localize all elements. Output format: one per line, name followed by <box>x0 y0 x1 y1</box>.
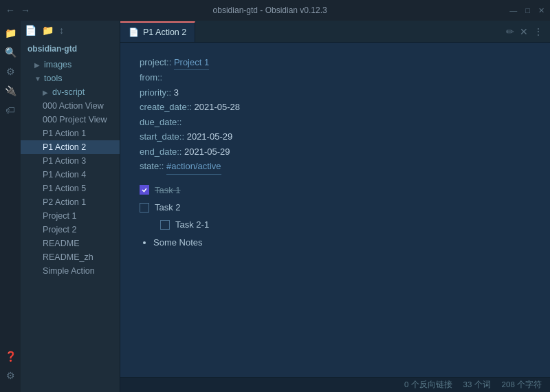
state-link[interactable]: #action/active <box>166 159 221 174</box>
tabbar: 📄 P1 Action 2 ✏ ✕ ⋮ <box>120 21 550 43</box>
folder-toggle: ▶ <box>34 61 41 69</box>
content-wrap: 📄 P1 Action 2 ✏ ✕ ⋮ project:: Project 1 … <box>120 21 550 392</box>
meta-end-date: end_date:: 2021-05-29 <box>140 144 531 159</box>
meta-from: from:: <box>140 70 531 85</box>
window-title: obsidian-gtd - Obsidian v0.12.3 <box>213 6 327 15</box>
folder-label: tools <box>44 74 62 83</box>
help-icon[interactable]: ❓ <box>2 348 19 364</box>
project-link[interactable]: Project 1 <box>174 55 209 70</box>
task-label-2: Task 2 <box>155 200 181 215</box>
plugin-icon[interactable]: 🔌 <box>2 83 19 99</box>
titlebar: ← → obsidian-gtd - Obsidian v0.12.3 — □ … <box>0 0 550 21</box>
sidebar-item-p1-action-3[interactable]: P1 Action 3 <box>21 154 120 168</box>
folder-toggle: ▶ <box>43 89 50 96</box>
sidebar-item-project-2[interactable]: Project 2 <box>21 223 120 237</box>
maximize-button[interactable]: □ <box>525 6 530 15</box>
edit-button[interactable]: ✏ <box>506 26 514 37</box>
statusbar: 0 个反向链接 33 个词 208 个字符 <box>120 377 550 392</box>
file-label: 000 Project View <box>43 115 107 124</box>
config-icon[interactable]: ⚙ <box>2 367 19 384</box>
minimize-button[interactable]: — <box>509 6 517 15</box>
task-item-2: Task 2 <box>140 200 531 215</box>
task-checkbox-1[interactable] <box>140 185 149 195</box>
task-checkbox-2-1[interactable] <box>160 220 170 230</box>
file-label: P1 Action 3 <box>43 156 86 166</box>
end-date-key: end_date:: <box>140 144 182 159</box>
sidebar-item-p1-action-5[interactable]: P1 Action 5 <box>21 182 120 195</box>
start-date-key: start_date:: <box>140 129 184 144</box>
task-label-2-1: Task 2-1 <box>175 217 209 232</box>
sidebar-item-p2-action-1[interactable]: P2 Action 1 <box>21 195 120 209</box>
state-key: state:: <box>140 159 164 173</box>
sidebar-item-tools[interactable]: ▼ tools <box>21 72 120 85</box>
meta-priority: priority:: 3 <box>140 85 531 100</box>
meta-start-date: start_date:: 2021-05-29 <box>140 129 531 144</box>
from-key: from:: <box>140 70 162 85</box>
meta-state: state:: #action/active <box>140 159 531 174</box>
create-date-val: 2021-05-28 <box>192 100 240 114</box>
more-options-button[interactable]: ⋮ <box>534 26 543 37</box>
bullet-list: Some Notes <box>140 235 531 250</box>
backlinks-count: 0 个反向链接 <box>404 380 452 390</box>
task-item-2-1: Task 2-1 <box>140 217 531 232</box>
create-date-key: create_date:: <box>140 100 192 114</box>
priority-val: 3 <box>171 85 179 100</box>
task-label-1: Task 1 <box>155 183 181 197</box>
main-layout: 📁 🔍 ⚙ 🔌 🏷 ❓ ⚙ 📄 📁 ↕ obsidian-gtd ▶ image… <box>0 21 550 392</box>
settings-icon[interactable]: ⚙ <box>2 63 19 80</box>
folder-toggle: ▼ <box>34 75 41 83</box>
task-item-1: Task 1 <box>140 183 531 197</box>
window-controls: — □ ✕ <box>509 6 544 15</box>
start-date-val: 2021-05-29 <box>184 129 232 144</box>
sidebar-item-p1-action-2[interactable]: P1 Action 2 <box>21 140 120 154</box>
nav-back-button[interactable]: ← <box>6 5 15 16</box>
file-label: Simple Action <box>43 266 95 276</box>
sidebar-item-p1-action-1[interactable]: P1 Action 1 <box>21 127 120 140</box>
tab-p1-action-2[interactable]: 📄 P1 Action 2 <box>120 21 195 42</box>
files-icon[interactable]: 📁 <box>2 25 19 41</box>
file-label: 000 Action View <box>43 101 104 111</box>
file-label: P1 Action 5 <box>43 184 86 193</box>
icon-rail: 📁 🔍 ⚙ 🔌 🏷 ❓ ⚙ <box>0 21 21 392</box>
sidebar-item-000-action-view[interactable]: 000 Action View <box>21 99 120 113</box>
folder-label: images <box>44 60 72 69</box>
bullet-item-1: Some Notes <box>153 235 531 250</box>
sidebar-item-p1-action-4[interactable]: P1 Action 4 <box>21 168 120 182</box>
char-count: 208 个字符 <box>502 380 542 390</box>
search-icon[interactable]: 🔍 <box>2 44 19 61</box>
close-button[interactable]: ✕ <box>538 6 544 15</box>
nav-forward-button[interactable]: → <box>21 5 30 16</box>
sidebar-item-project-1[interactable]: Project 1 <box>21 209 120 223</box>
file-label: README <box>43 239 79 248</box>
task-checkbox-2[interactable] <box>140 203 149 213</box>
new-file-button[interactable]: 📄 <box>25 25 36 36</box>
new-folder-button[interactable]: 📁 <box>42 25 54 36</box>
sidebar-item-simple-action[interactable]: Simple Action <box>21 264 120 278</box>
file-label: P1 Action 2 <box>43 142 86 152</box>
priority-key: priority:: <box>140 85 171 100</box>
folder-label: dv-script <box>52 87 85 97</box>
note-content: project:: Project 1 from:: priority:: 3 … <box>120 43 550 377</box>
file-label: P1 Action 1 <box>43 129 86 138</box>
meta-due-date: due_date:: <box>140 115 531 129</box>
sidebar-item-dv-script[interactable]: ▶ dv-script <box>21 85 120 99</box>
tab-toolbar: ✏ ✕ ⋮ <box>499 21 550 42</box>
sidebar-item-readme-zh[interactable]: README_zh <box>21 250 120 264</box>
sidebar-item-readme[interactable]: README <box>21 237 120 250</box>
end-date-val: 2021-05-29 <box>182 144 230 159</box>
file-label: README_zh <box>43 252 94 262</box>
tab-file-icon: 📄 <box>129 28 139 37</box>
tab-close-button[interactable]: ✕ <box>520 26 528 37</box>
sidebar-item-images[interactable]: ▶ images <box>21 58 120 72</box>
project-key: project:: <box>140 55 171 69</box>
tags-icon[interactable]: 🏷 <box>2 102 19 118</box>
meta-project: project:: Project 1 <box>140 55 531 70</box>
file-label: Project 2 <box>43 225 76 235</box>
sort-button[interactable]: ↕ <box>59 25 64 36</box>
tab-label: P1 Action 2 <box>143 28 186 37</box>
due-date-key: due_date:: <box>140 115 182 129</box>
titlebar-nav: ← → <box>6 5 30 16</box>
sidebar-item-000-project-view[interactable]: 000 Project View <box>21 113 120 127</box>
file-label: P2 Action 1 <box>43 197 86 207</box>
word-count: 33 个词 <box>463 380 491 390</box>
